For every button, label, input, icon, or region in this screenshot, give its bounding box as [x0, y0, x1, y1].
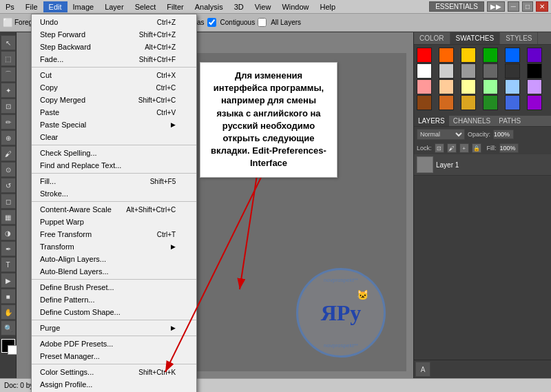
opacity-input[interactable]	[493, 130, 514, 139]
menu-stroke[interactable]: Stroke...	[32, 187, 196, 200]
layer-row[interactable]: Layer 1	[414, 154, 551, 176]
menu-free-transform[interactable]: Free TransformCtrl+T	[32, 228, 196, 240]
all-layers-checkbox[interactable]	[258, 18, 267, 27]
menu-fill[interactable]: Fill...Shift+F5	[32, 175, 196, 187]
menu-layer[interactable]: Layer	[99, 1, 129, 12]
essentials-btn[interactable]: ESSENTIALS	[429, 1, 484, 12]
minimize-btn[interactable]: ─	[508, 1, 519, 12]
lock-transparent-icon[interactable]: ⊡	[435, 143, 444, 153]
menu-content-aware[interactable]: Content-Aware ScaleAlt+Shift+Ctrl+C	[32, 203, 196, 216]
swatch-1[interactable]	[439, 48, 454, 63]
menu-analysis[interactable]: Analysis	[189, 1, 229, 12]
swatch-3[interactable]	[483, 48, 498, 63]
menu-select[interactable]: Select	[129, 1, 162, 12]
eyedropper-tool[interactable]: ✏	[1, 114, 16, 130]
text-tool[interactable]: T	[1, 257, 16, 272]
menu-file[interactable]: File	[20, 1, 43, 12]
clone-tool[interactable]: ⊙	[1, 162, 16, 177]
path-select-tool[interactable]: ▶	[1, 273, 16, 288]
dodge-tool[interactable]: ◑	[1, 225, 16, 240]
menu-define-shape[interactable]: Define Custom Shape...	[32, 306, 196, 318]
crop-tool[interactable]: ⊡	[1, 99, 16, 114]
swatch-22[interactable]	[505, 95, 520, 110]
pen-tool[interactable]: ✒	[1, 241, 16, 256]
menu-transform[interactable]: Transform▶	[32, 240, 196, 253]
swatch-10[interactable]	[505, 63, 520, 79]
swatch-6[interactable]	[417, 63, 432, 79]
menu-edit[interactable]: Edit	[43, 1, 67, 12]
menu-step-forward[interactable]: Step ForwardShift+Ctrl+Z	[32, 28, 196, 41]
menu-window[interactable]: Window	[276, 1, 314, 12]
menu-3d[interactable]: 3D	[229, 1, 249, 12]
menu-purge[interactable]: Purge▶	[32, 322, 196, 334]
menu-filter[interactable]: Filter	[161, 1, 189, 12]
gradient-tool[interactable]: ▦	[1, 209, 16, 225]
menu-image[interactable]: Image	[67, 1, 100, 12]
menu-cut[interactable]: CutCtrl+X	[32, 69, 196, 81]
layers-tab[interactable]: LAYERS	[414, 116, 449, 126]
maximize-btn[interactable]: □	[522, 1, 533, 12]
swatch-8[interactable]	[461, 63, 476, 79]
menu-pdf-presets[interactable]: Adobe PDF Presets...	[32, 338, 196, 350]
menu-auto-blend[interactable]: Auto-Blend Layers...	[32, 265, 196, 278]
menu-preset-manager[interactable]: Preset Manager...	[32, 350, 196, 362]
workspace-arrow[interactable]: ▶▶	[487, 1, 505, 12]
history-brush-tool[interactable]: ↺	[1, 178, 16, 193]
swatches-tab[interactable]: SWATCHES	[450, 32, 501, 44]
swatch-4[interactable]	[505, 48, 520, 63]
lock-image-icon[interactable]: 🖌	[447, 143, 457, 153]
fill-input[interactable]	[499, 143, 519, 153]
menu-paste-special[interactable]: Paste Special▶	[32, 118, 196, 131]
select-tool[interactable]: ⬚	[1, 51, 16, 66]
menu-find-replace[interactable]: Find and Replace Text...	[32, 159, 196, 172]
spot-heal-tool[interactable]: ⊕	[1, 130, 16, 145]
styles-tab[interactable]: STYLES	[500, 32, 538, 44]
zoom-tool[interactable]: 🔍	[1, 320, 16, 336]
menu-define-brush[interactable]: Define Brush Preset...	[32, 281, 196, 293]
swatch-9[interactable]	[483, 63, 498, 79]
menu-puppet-warp[interactable]: Puppet Warp	[32, 216, 196, 228]
menu-ps[interactable]: Ps	[0, 1, 20, 12]
eraser-tool[interactable]: ◻	[1, 194, 16, 209]
lock-all-icon[interactable]: 🔒	[472, 143, 481, 153]
swatch-19[interactable]	[439, 95, 454, 110]
swatch-23[interactable]	[527, 95, 542, 110]
swatch-13[interactable]	[439, 79, 454, 94]
swatch-5[interactable]	[527, 48, 542, 63]
menu-undo[interactable]: UndoCtrl+Z	[32, 16, 196, 28]
menu-color-settings[interactable]: Color Settings...Shift+Ctrl+K	[32, 366, 196, 378]
channels-tab[interactable]: CHANNELS	[449, 116, 495, 126]
menu-define-pattern[interactable]: Define Pattern...	[32, 293, 196, 306]
shape-tool[interactable]: ■	[1, 289, 16, 304]
close-btn[interactable]: ✕	[536, 1, 548, 12]
swatch-21[interactable]	[483, 95, 498, 110]
swatch-7[interactable]	[439, 63, 454, 79]
move-tool[interactable]: ↖	[1, 35, 16, 50]
menu-help[interactable]: Help	[315, 1, 342, 12]
color-tab[interactable]: COLOR	[414, 32, 450, 44]
paths-tab[interactable]: PATHS	[495, 116, 525, 126]
swatch-18[interactable]	[417, 95, 432, 110]
menu-assign-profile[interactable]: Assign Profile...	[32, 378, 196, 391]
menu-step-backward[interactable]: Step BackwardAlt+Ctrl+Z	[32, 41, 196, 53]
menu-fade[interactable]: Fade...Shift+Ctrl+F	[32, 53, 196, 65]
hand-tool[interactable]: ✋	[1, 305, 16, 320]
magic-wand-tool[interactable]: ✦	[1, 83, 16, 98]
menu-check-spelling[interactable]: Check Spelling...	[32, 147, 196, 159]
menu-auto-align[interactable]: Auto-Align Layers...	[32, 253, 196, 265]
foreground-color[interactable]	[1, 339, 15, 353]
lasso-tool[interactable]: ⌒	[1, 67, 16, 82]
swatch-17[interactable]	[527, 79, 542, 94]
menu-copy[interactable]: CopyCtrl+C	[32, 81, 196, 94]
menu-clear[interactable]: Clear	[32, 131, 196, 143]
menu-copy-merged[interactable]: Copy MergedShift+Ctrl+C	[32, 94, 196, 106]
swatch-12[interactable]	[417, 79, 432, 94]
swatch-2[interactable]	[461, 48, 476, 63]
extra-tool-1[interactable]: A	[415, 362, 430, 377]
swatch-16[interactable]	[505, 79, 520, 94]
swatch-20[interactable]	[461, 95, 476, 110]
menu-view[interactable]: View	[249, 1, 277, 12]
menu-paste[interactable]: PasteCtrl+V	[32, 106, 196, 118]
swatch-0[interactable]	[417, 48, 432, 63]
lock-position-icon[interactable]: +	[459, 143, 469, 153]
